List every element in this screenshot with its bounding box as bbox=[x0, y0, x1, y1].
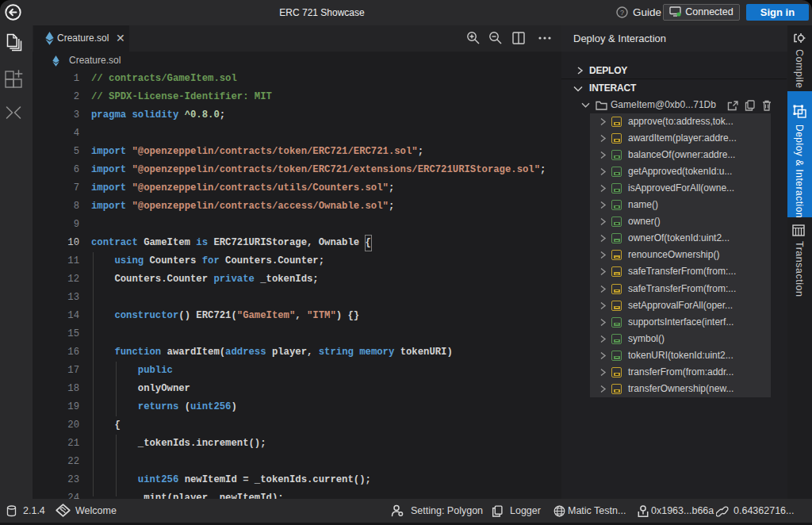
svg-text:?: ? bbox=[620, 9, 624, 17]
